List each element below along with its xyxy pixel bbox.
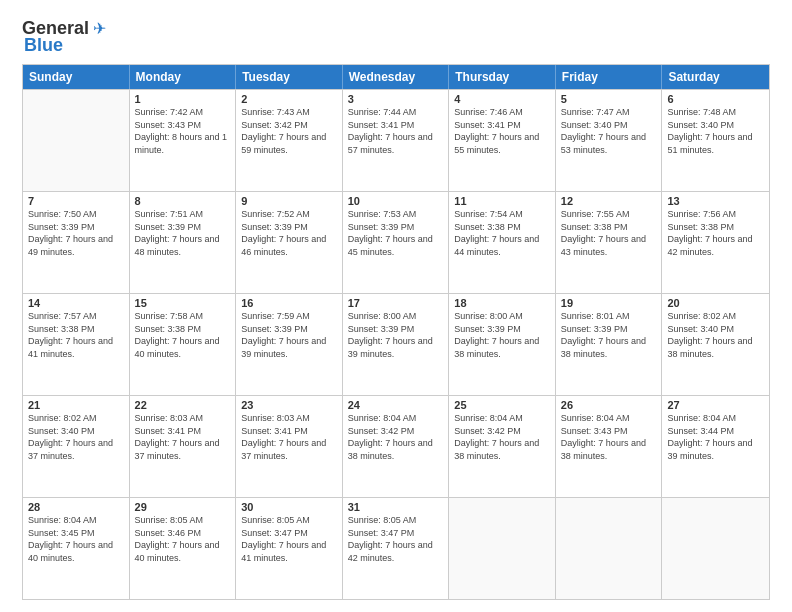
day-number: 14 xyxy=(28,297,124,309)
calendar-cell xyxy=(23,90,130,191)
day-info: Sunrise: 8:04 AMSunset: 3:42 PMDaylight:… xyxy=(454,412,550,462)
calendar-cell: 27Sunrise: 8:04 AMSunset: 3:44 PMDayligh… xyxy=(662,396,769,497)
day-info: Sunrise: 8:00 AMSunset: 3:39 PMDaylight:… xyxy=(348,310,444,360)
calendar-header: SundayMondayTuesdayWednesdayThursdayFrid… xyxy=(23,65,769,89)
day-info: Sunrise: 7:46 AMSunset: 3:41 PMDaylight:… xyxy=(454,106,550,156)
calendar-cell: 7Sunrise: 7:50 AMSunset: 3:39 PMDaylight… xyxy=(23,192,130,293)
header: General ✈ Blue xyxy=(22,18,770,56)
calendar-cell xyxy=(662,498,769,599)
calendar-cell: 24Sunrise: 8:04 AMSunset: 3:42 PMDayligh… xyxy=(343,396,450,497)
day-info: Sunrise: 8:03 AMSunset: 3:41 PMDaylight:… xyxy=(241,412,337,462)
calendar-body: 1Sunrise: 7:42 AMSunset: 3:43 PMDaylight… xyxy=(23,89,769,599)
weekday-header: Saturday xyxy=(662,65,769,89)
calendar-cell: 2Sunrise: 7:43 AMSunset: 3:42 PMDaylight… xyxy=(236,90,343,191)
day-info: Sunrise: 8:05 AMSunset: 3:46 PMDaylight:… xyxy=(135,514,231,564)
calendar-cell: 5Sunrise: 7:47 AMSunset: 3:40 PMDaylight… xyxy=(556,90,663,191)
weekday-header: Wednesday xyxy=(343,65,450,89)
day-info: Sunrise: 8:05 AMSunset: 3:47 PMDaylight:… xyxy=(348,514,444,564)
calendar-cell: 14Sunrise: 7:57 AMSunset: 3:38 PMDayligh… xyxy=(23,294,130,395)
calendar-cell: 6Sunrise: 7:48 AMSunset: 3:40 PMDaylight… xyxy=(662,90,769,191)
day-info: Sunrise: 8:04 AMSunset: 3:43 PMDaylight:… xyxy=(561,412,657,462)
calendar-cell: 17Sunrise: 8:00 AMSunset: 3:39 PMDayligh… xyxy=(343,294,450,395)
day-number: 13 xyxy=(667,195,764,207)
calendar-row: 1Sunrise: 7:42 AMSunset: 3:43 PMDaylight… xyxy=(23,89,769,191)
calendar-cell: 16Sunrise: 7:59 AMSunset: 3:39 PMDayligh… xyxy=(236,294,343,395)
logo: General ✈ Blue xyxy=(22,18,106,56)
calendar-cell: 11Sunrise: 7:54 AMSunset: 3:38 PMDayligh… xyxy=(449,192,556,293)
day-info: Sunrise: 8:04 AMSunset: 3:45 PMDaylight:… xyxy=(28,514,124,564)
day-info: Sunrise: 7:56 AMSunset: 3:38 PMDaylight:… xyxy=(667,208,764,258)
page: General ✈ Blue SundayMondayTuesdayWednes… xyxy=(0,0,792,612)
calendar-cell: 30Sunrise: 8:05 AMSunset: 3:47 PMDayligh… xyxy=(236,498,343,599)
calendar-row: 21Sunrise: 8:02 AMSunset: 3:40 PMDayligh… xyxy=(23,395,769,497)
calendar-cell: 31Sunrise: 8:05 AMSunset: 3:47 PMDayligh… xyxy=(343,498,450,599)
day-number: 10 xyxy=(348,195,444,207)
day-info: Sunrise: 8:02 AMSunset: 3:40 PMDaylight:… xyxy=(28,412,124,462)
day-number: 12 xyxy=(561,195,657,207)
day-info: Sunrise: 7:52 AMSunset: 3:39 PMDaylight:… xyxy=(241,208,337,258)
weekday-header: Friday xyxy=(556,65,663,89)
day-number: 29 xyxy=(135,501,231,513)
day-number: 9 xyxy=(241,195,337,207)
day-info: Sunrise: 7:55 AMSunset: 3:38 PMDaylight:… xyxy=(561,208,657,258)
day-number: 7 xyxy=(28,195,124,207)
calendar-cell: 8Sunrise: 7:51 AMSunset: 3:39 PMDaylight… xyxy=(130,192,237,293)
day-info: Sunrise: 7:59 AMSunset: 3:39 PMDaylight:… xyxy=(241,310,337,360)
day-number: 31 xyxy=(348,501,444,513)
day-info: Sunrise: 7:51 AMSunset: 3:39 PMDaylight:… xyxy=(135,208,231,258)
day-info: Sunrise: 7:50 AMSunset: 3:39 PMDaylight:… xyxy=(28,208,124,258)
day-number: 3 xyxy=(348,93,444,105)
calendar-row: 28Sunrise: 8:04 AMSunset: 3:45 PMDayligh… xyxy=(23,497,769,599)
calendar-cell: 21Sunrise: 8:02 AMSunset: 3:40 PMDayligh… xyxy=(23,396,130,497)
day-info: Sunrise: 7:43 AMSunset: 3:42 PMDaylight:… xyxy=(241,106,337,156)
day-number: 27 xyxy=(667,399,764,411)
day-number: 21 xyxy=(28,399,124,411)
calendar-cell xyxy=(449,498,556,599)
calendar-cell: 23Sunrise: 8:03 AMSunset: 3:41 PMDayligh… xyxy=(236,396,343,497)
day-info: Sunrise: 8:04 AMSunset: 3:44 PMDaylight:… xyxy=(667,412,764,462)
weekday-header: Tuesday xyxy=(236,65,343,89)
day-number: 30 xyxy=(241,501,337,513)
calendar-row: 7Sunrise: 7:50 AMSunset: 3:39 PMDaylight… xyxy=(23,191,769,293)
day-info: Sunrise: 8:00 AMSunset: 3:39 PMDaylight:… xyxy=(454,310,550,360)
logo-bird-icon: ✈ xyxy=(93,19,106,38)
day-number: 26 xyxy=(561,399,657,411)
day-number: 28 xyxy=(28,501,124,513)
calendar-cell: 3Sunrise: 7:44 AMSunset: 3:41 PMDaylight… xyxy=(343,90,450,191)
calendar-cell: 9Sunrise: 7:52 AMSunset: 3:39 PMDaylight… xyxy=(236,192,343,293)
calendar-cell: 4Sunrise: 7:46 AMSunset: 3:41 PMDaylight… xyxy=(449,90,556,191)
weekday-header: Sunday xyxy=(23,65,130,89)
day-number: 11 xyxy=(454,195,550,207)
calendar-cell: 18Sunrise: 8:00 AMSunset: 3:39 PMDayligh… xyxy=(449,294,556,395)
day-info: Sunrise: 7:53 AMSunset: 3:39 PMDaylight:… xyxy=(348,208,444,258)
weekday-header: Thursday xyxy=(449,65,556,89)
day-info: Sunrise: 8:02 AMSunset: 3:40 PMDaylight:… xyxy=(667,310,764,360)
day-info: Sunrise: 8:05 AMSunset: 3:47 PMDaylight:… xyxy=(241,514,337,564)
day-info: Sunrise: 7:42 AMSunset: 3:43 PMDaylight:… xyxy=(135,106,231,156)
day-number: 24 xyxy=(348,399,444,411)
calendar-cell: 20Sunrise: 8:02 AMSunset: 3:40 PMDayligh… xyxy=(662,294,769,395)
day-number: 5 xyxy=(561,93,657,105)
day-number: 16 xyxy=(241,297,337,309)
day-info: Sunrise: 7:47 AMSunset: 3:40 PMDaylight:… xyxy=(561,106,657,156)
day-number: 17 xyxy=(348,297,444,309)
calendar-cell xyxy=(556,498,663,599)
day-number: 8 xyxy=(135,195,231,207)
calendar-cell: 29Sunrise: 8:05 AMSunset: 3:46 PMDayligh… xyxy=(130,498,237,599)
day-info: Sunrise: 8:04 AMSunset: 3:42 PMDaylight:… xyxy=(348,412,444,462)
day-info: Sunrise: 7:58 AMSunset: 3:38 PMDaylight:… xyxy=(135,310,231,360)
day-number: 18 xyxy=(454,297,550,309)
day-info: Sunrise: 7:57 AMSunset: 3:38 PMDaylight:… xyxy=(28,310,124,360)
calendar-cell: 28Sunrise: 8:04 AMSunset: 3:45 PMDayligh… xyxy=(23,498,130,599)
calendar-cell: 15Sunrise: 7:58 AMSunset: 3:38 PMDayligh… xyxy=(130,294,237,395)
day-info: Sunrise: 8:01 AMSunset: 3:39 PMDaylight:… xyxy=(561,310,657,360)
logo-blue-text: Blue xyxy=(22,35,63,56)
calendar-cell: 26Sunrise: 8:04 AMSunset: 3:43 PMDayligh… xyxy=(556,396,663,497)
day-number: 25 xyxy=(454,399,550,411)
day-info: Sunrise: 8:03 AMSunset: 3:41 PMDaylight:… xyxy=(135,412,231,462)
calendar-cell: 13Sunrise: 7:56 AMSunset: 3:38 PMDayligh… xyxy=(662,192,769,293)
calendar-cell: 22Sunrise: 8:03 AMSunset: 3:41 PMDayligh… xyxy=(130,396,237,497)
calendar-cell: 1Sunrise: 7:42 AMSunset: 3:43 PMDaylight… xyxy=(130,90,237,191)
day-number: 4 xyxy=(454,93,550,105)
day-number: 19 xyxy=(561,297,657,309)
